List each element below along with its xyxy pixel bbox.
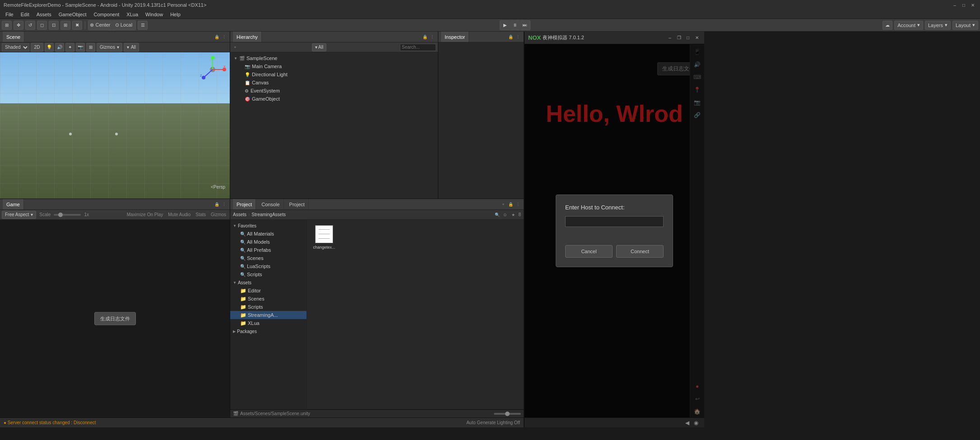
hier-item-maincamera[interactable]: 📷 Main Camera — [230, 62, 438, 70]
project-search-icon[interactable]: 🔍 — [494, 212, 500, 218]
local-button[interactable]: ⊙ Local — [112, 21, 135, 30]
game-gizmos-btn[interactable]: Gizmos — [209, 212, 228, 218]
nox-home-bottom-btn[interactable]: ◉ — [692, 418, 701, 427]
proj-fav-luascripts[interactable]: 🔍 LuaScripts — [230, 262, 307, 270]
close-button[interactable]: ✕ — [969, 1, 976, 9]
proj-asset-scenes[interactable]: 📁 Scenes — [230, 295, 307, 303]
proj-asset-xlua[interactable]: 📁 XLua — [230, 319, 307, 327]
nox-back-bottom-btn[interactable]: ◀ — [683, 418, 692, 427]
menu-window[interactable]: Window — [142, 10, 167, 19]
cloud-button[interactable]: ☁ — [882, 21, 892, 30]
maximize-on-play-btn[interactable]: Maximize On Play — [125, 212, 165, 218]
proj-asset-editor[interactable]: 📁 Editor — [230, 287, 307, 295]
minimize-button[interactable]: – — [951, 1, 958, 9]
proj-asset-streamingassets[interactable]: 📁 StreamingA... — [230, 311, 307, 319]
toolbar-icon-3[interactable]: ↺ — [25, 21, 35, 30]
hierarchy-lock-icon[interactable]: 🔒 — [422, 34, 428, 40]
hierarchy-search[interactable] — [400, 44, 436, 51]
project-add-btn[interactable]: + — [500, 201, 506, 208]
inspector-more-icon[interactable]: ⋮ — [515, 34, 521, 40]
hier-item-directionallight[interactable]: 💡 Directional Light — [230, 70, 438, 79]
account-dropdown[interactable]: Account ▾ — [894, 21, 923, 30]
menu-assets[interactable]: Assets — [33, 10, 55, 19]
inspector-tab[interactable]: Inspector — [441, 32, 469, 42]
game-more-icon[interactable]: ⋮ — [221, 201, 227, 208]
menu-edit[interactable]: Edit — [17, 10, 33, 19]
toolbar-icon-1[interactable]: ⊞ — [2, 21, 12, 30]
menu-file[interactable]: File — [2, 10, 17, 19]
maximize-button[interactable]: □ — [960, 1, 967, 9]
proj-fav-all-models[interactable]: 🔍 All Models — [230, 238, 307, 246]
proj-asset-scripts[interactable]: 📁 Scripts — [230, 303, 307, 311]
inspector-lock-icon[interactable]: 🔒 — [507, 34, 514, 40]
hierarchy-more-icon[interactable]: ⋮ — [429, 34, 435, 40]
toolbar-icon-4[interactable]: ◻ — [37, 21, 47, 30]
menu-component[interactable]: Component — [90, 10, 123, 19]
scene-icon: 🎬 — [233, 411, 238, 416]
toolbar-icon-7[interactable]: ✖ — [72, 21, 82, 30]
nox-close-btn[interactable]: ✕ — [693, 34, 701, 42]
game-generate-button[interactable]: 生成日志文件 — [94, 312, 136, 325]
game-lock-icon[interactable]: 🔒 — [214, 201, 220, 208]
scene-light-btn[interactable]: 💡 — [45, 43, 54, 52]
project-tab-1[interactable]: Project — [233, 199, 256, 209]
hierarchy-tab[interactable]: Hierarchy — [233, 32, 262, 42]
toolbar-icon-2[interactable]: ✥ — [14, 21, 23, 30]
project-lock-icon[interactable]: 🔒 — [507, 201, 514, 208]
nox-maximize-btn[interactable]: □ — [684, 34, 692, 42]
proj-zoom-slider[interactable] — [494, 413, 521, 415]
project-icon-1[interactable]: ⊙ — [502, 212, 508, 218]
pause-button[interactable]: ⏸ — [510, 21, 520, 30]
packages-header[interactable]: ▶ Packages — [230, 327, 307, 335]
toolbar-icon-8[interactable]: ☰ — [138, 21, 148, 30]
shading-mode-select[interactable]: Shaded — [2, 43, 29, 51]
scene-fx-btn[interactable]: ✦ — [65, 43, 74, 52]
scene-2d-btn[interactable]: 2D — [31, 43, 43, 52]
scene-camera-btn[interactable]: 📷 — [76, 43, 85, 52]
hier-item-gameobject[interactable]: 🎯 GameObject — [230, 95, 438, 103]
step-button[interactable]: ⏭ — [520, 21, 530, 30]
gizmos-dropdown[interactable]: Gizmos ▾ — [97, 43, 122, 52]
proj-fav-scenes[interactable]: 🔍 Scenes — [230, 254, 307, 262]
all-dropdown[interactable]: ▾ All — [124, 43, 139, 52]
nox-minimize-btn[interactable]: – — [666, 34, 673, 42]
nox-restore-btn[interactable]: ❐ — [675, 34, 683, 42]
dialog-host-input[interactable] — [565, 216, 664, 227]
center-button[interactable]: ⊕ Center — [88, 21, 112, 30]
project-icon-2[interactable]: ★ — [510, 212, 516, 218]
stats-btn[interactable]: Stats — [194, 212, 208, 218]
console-tab[interactable]: Console — [258, 199, 283, 209]
game-tab[interactable]: Game — [3, 199, 24, 209]
hier-item-eventsystem[interactable]: ⚙ EventSystem — [230, 87, 438, 95]
project-more-icon[interactable]: ⋮ — [515, 201, 521, 208]
aspect-dropdown[interactable]: Free Aspect ▾ — [2, 211, 36, 219]
menu-help[interactable]: Help — [167, 10, 184, 19]
proj-fav-all-materials[interactable]: 🔍 All Materials — [230, 230, 307, 238]
menu-xlua[interactable]: XLua — [123, 10, 142, 19]
hier-item-samplescene[interactable]: ▼ 🎬 SampleScene — [230, 54, 438, 62]
hier-item-canvas[interactable]: 📋 Canvas — [230, 79, 438, 87]
project-tab-2[interactable]: Project — [286, 199, 309, 209]
scene-lock-icon[interactable]: 🔒 — [214, 34, 220, 40]
layout-dropdown[interactable]: Layout ▾ — [952, 21, 978, 30]
layers-dropdown[interactable]: Layers ▾ — [925, 21, 951, 30]
assets-header[interactable]: ▼ Assets — [230, 278, 307, 287]
mute-audio-btn[interactable]: Mute Audio — [166, 212, 192, 218]
scene-more-icon[interactable]: ⋮ — [221, 34, 227, 40]
scene-grid-btn[interactable]: ⊞ — [86, 43, 95, 52]
proj-fav-all-prefabs[interactable]: 🔍 All Prefabs — [230, 246, 307, 254]
toolbar-icon-5[interactable]: ⊡ — [49, 21, 59, 30]
play-button[interactable]: ▶ — [500, 21, 510, 30]
menu-gameobject[interactable]: GameObject — [55, 10, 90, 19]
dialog-connect-button[interactable]: Connect — [616, 245, 664, 258]
hierarchy-add-btn[interactable]: + — [232, 44, 238, 51]
file-item-changetex[interactable]: ───── ───── ───── changetex... — [311, 223, 338, 251]
dialog-cancel-button[interactable]: Cancel — [565, 245, 613, 258]
favorites-header[interactable]: ▼ Favorites — [230, 222, 307, 230]
scene-audio-btn[interactable]: 🔊 — [55, 43, 64, 52]
scale-slider[interactable] — [54, 214, 81, 216]
scene-tab[interactable]: Scene — [3, 32, 24, 42]
hierarchy-all-dropdown[interactable]: ▾ All — [312, 43, 326, 51]
proj-fav-scripts[interactable]: 🔍 Scripts — [230, 270, 307, 278]
toolbar-icon-6[interactable]: ⊞ — [60, 21, 70, 30]
